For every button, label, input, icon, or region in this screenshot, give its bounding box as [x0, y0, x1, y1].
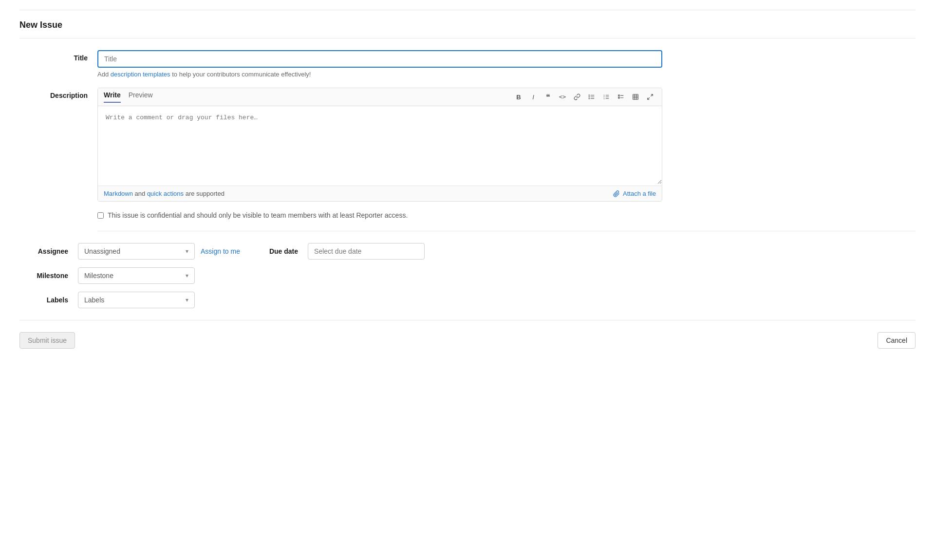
markdown-link[interactable]: Markdown	[104, 190, 133, 197]
blockquote-icon[interactable]: ❝	[542, 91, 554, 103]
description-toolbar: Write Preview B I ❝ <>	[98, 88, 662, 106]
svg-line-21	[651, 94, 653, 96]
tab-preview[interactable]: Preview	[129, 91, 153, 103]
unordered-list-icon[interactable]	[586, 91, 598, 103]
quick-actions-link[interactable]: quick actions	[147, 190, 184, 197]
milestone-label: Milestone	[19, 272, 78, 280]
svg-rect-12	[618, 95, 619, 96]
submit-issue-button[interactable]: Submit issue	[19, 332, 75, 349]
ordered-list-icon[interactable]: 1.2.3.	[600, 91, 612, 103]
description-footer: Markdown and quick actions are supported…	[98, 186, 662, 201]
confidential-row: This issue is confidential and should on…	[97, 211, 916, 231]
svg-text:3.: 3.	[603, 97, 605, 100]
page-container: New Issue Title Add description template…	[0, 0, 935, 380]
fullscreen-icon[interactable]	[644, 91, 656, 103]
bold-icon[interactable]: B	[513, 91, 524, 103]
confidential-text: This issue is confidential and should on…	[108, 211, 408, 219]
cancel-button[interactable]: Cancel	[878, 332, 916, 349]
labels-chevron-icon: ▾	[186, 297, 188, 303]
assignee-group: Assignee Unassigned ▾ Assign to me	[19, 243, 240, 260]
due-date-label: Due date	[269, 247, 308, 255]
description-row: Description Write Preview B I ❝ <>	[19, 88, 916, 202]
title-input[interactable]	[97, 50, 662, 68]
description-label: Description	[19, 88, 97, 99]
svg-line-22	[648, 97, 650, 99]
link-icon[interactable]	[571, 91, 583, 103]
svg-point-5	[589, 98, 589, 99]
labels-row: Labels Labels ▾	[19, 292, 916, 308]
description-footer-text: Markdown and quick actions are supported	[104, 190, 224, 197]
labels-dropdown[interactable]: Labels ▾	[78, 292, 195, 308]
milestone-row: Milestone Milestone ▾	[19, 267, 916, 284]
title-hint: Add description templates to help your c…	[97, 71, 662, 78]
due-date-group: Due date	[269, 243, 425, 260]
svg-rect-16	[633, 94, 638, 100]
attach-file-button[interactable]: Attach a file	[613, 190, 656, 197]
title-form-content: Add description templates to help your c…	[97, 50, 662, 78]
tab-write[interactable]: Write	[104, 91, 121, 103]
code-icon[interactable]: <>	[557, 91, 568, 103]
description-form-content: Write Preview B I ❝ <>	[97, 88, 662, 202]
table-icon[interactable]	[630, 91, 641, 103]
assign-to-me-button[interactable]: Assign to me	[201, 247, 240, 255]
title-label: Title	[19, 50, 97, 62]
svg-rect-14	[618, 97, 619, 98]
due-date-input[interactable]	[308, 243, 425, 260]
formatting-icons: B I ❝ <> 1.2.3.	[513, 91, 656, 103]
svg-point-4	[589, 96, 589, 97]
italic-icon[interactable]: I	[527, 91, 539, 103]
description-templates-link[interactable]: description templates	[111, 71, 170, 78]
milestone-dropdown[interactable]: Milestone ▾	[78, 267, 195, 284]
confidential-checkbox[interactable]	[97, 212, 104, 219]
assignee-chevron-icon: ▾	[186, 248, 188, 255]
milestone-chevron-icon: ▾	[186, 272, 188, 279]
assignee-label: Assignee	[19, 247, 78, 255]
description-box: Write Preview B I ❝ <>	[97, 88, 662, 202]
svg-point-3	[589, 95, 589, 95]
form-actions: Submit issue Cancel	[19, 320, 916, 360]
labels-label: Labels	[19, 296, 78, 304]
page-title: New Issue	[19, 10, 916, 38]
fields-section: Assignee Unassigned ▾ Assign to me Due d…	[19, 231, 916, 320]
task-list-icon[interactable]	[615, 91, 627, 103]
description-textarea[interactable]	[98, 106, 662, 184]
attach-file-icon	[613, 190, 620, 197]
title-row: Title Add description templates to help …	[19, 50, 916, 78]
assignee-dropdown[interactable]: Unassigned ▾	[78, 243, 195, 260]
description-tabs: Write Preview	[104, 91, 153, 103]
top-fields-row: Assignee Unassigned ▾ Assign to me Due d…	[19, 243, 916, 260]
